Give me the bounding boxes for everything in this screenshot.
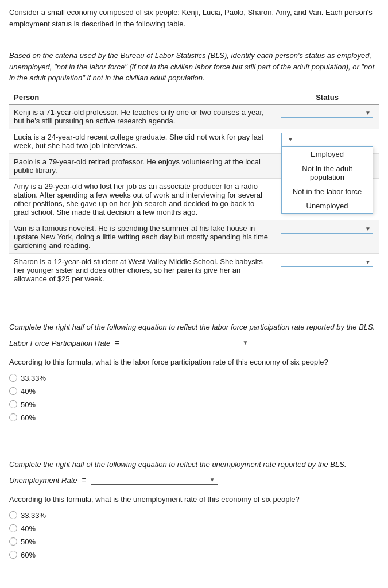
section1-question: According to this formula, what is the l… [9,357,379,368]
radio-option: 50% [9,537,379,546]
table-row: Van is a famous novelist. He is spending… [9,220,379,253]
intro-paragraph: Consider a small economy composed of six… [9,7,379,29]
intro-text: Consider a small economy composed of six… [9,7,379,29]
radio-btn-2-4[interactable] [9,551,17,559]
col-header-status: Status [276,91,379,105]
section-unemployment: Complete the right half of the following… [9,459,379,559]
person-lucia: Lucia is a 24-year-old recent college gr… [9,129,276,153]
person-van: Van is a famous novelist. He is spending… [9,220,276,253]
eq2-label: Unemployment Rate [9,476,77,485]
equation-row-1: Labor Force Participation Rate = [9,338,379,347]
radio-label-2-4: 60% [21,551,36,559]
sharon-dropdown[interactable] [281,258,373,267]
table-row: Kenji is a 71-year-old professor. He tea… [9,104,379,129]
section2-radio-group: 33.33% 40% 50% 60% [9,511,379,559]
lucia-dropdown-list[interactable]: Employed Not in the adult population Not… [281,146,373,214]
radio-label-2-1: 33.33% [21,511,46,520]
radio-btn-1-2[interactable] [9,387,17,395]
radio-btn-1-1[interactable] [9,374,17,382]
person-paolo: Paolo is a 79-year-old retired professor… [9,153,276,178]
option-employed[interactable]: Employed [282,147,373,161]
radio-btn-2-2[interactable] [9,524,17,532]
radio-label-2-3: 50% [21,537,36,546]
section1-radio-group: 33.33% 40% 50% 60% [9,374,379,422]
col-header-person: Person [9,91,276,105]
radio-option: 33.33% [9,374,379,382]
option-unemployed[interactable]: Unemployed [282,199,373,213]
option-not-adult[interactable]: Not in the adult population [282,161,373,184]
radio-label-1-1: 33.33% [21,374,46,382]
radio-label-1-4: 60% [21,413,36,422]
option-not-labor[interactable]: Not in the labor force [282,184,373,199]
van-dropdown[interactable] [281,225,373,234]
radio-label-2-2: 40% [21,524,36,533]
section-labor-force: Complete the right half of the following… [9,322,379,422]
radio-option: 60% [9,413,379,422]
employment-table: Person Status Kenji is a 71-year-old pro… [9,91,379,287]
radio-btn-1-3[interactable] [9,400,17,408]
section2-title: Complete the right half of the following… [9,459,379,470]
kenji-dropdown[interactable] [281,109,373,118]
radio-label-1-2: 40% [21,387,36,396]
radio-option: 33.33% [9,511,379,520]
person-amy: Amy is a 29-year-old who lost her job as… [9,178,276,220]
section2-question: According to this formula, what is the u… [9,494,379,505]
lucia-dropdown-selected[interactable] [281,133,373,146]
person-kenji: Kenji is a 71-year-old professor. He tea… [9,104,276,129]
radio-btn-1-4[interactable] [9,413,17,421]
section1-title: Complete the right half of the following… [9,322,379,333]
person-sharon: Sharon is a 12-year-old student at West … [9,253,276,287]
instructions-text: Based on the criteria used by the Bureau… [9,50,379,84]
status-lucia[interactable]: Employed Not in the adult population Not… [276,129,379,153]
status-sharon[interactable] [276,253,379,287]
table-row: Lucia is a 24-year-old recent college gr… [9,129,379,153]
lucia-dropdown-container[interactable]: Employed Not in the adult population Not… [281,133,373,146]
eq1-equals: = [115,338,119,347]
status-kenji[interactable] [276,104,379,129]
table-row: Sharon is a 12-year-old student at West … [9,253,379,287]
radio-option: 40% [9,524,379,533]
status-van[interactable] [276,220,379,253]
radio-btn-2-3[interactable] [9,537,17,546]
eq2-equals: = [82,475,87,485]
eq1-label: Labor Force Participation Rate [9,339,110,347]
radio-option: 50% [9,400,379,409]
eq2-dropdown[interactable] [91,475,218,485]
radio-option: 40% [9,387,379,396]
radio-btn-2-1[interactable] [9,511,17,519]
equation-row-2: Unemployment Rate = [9,475,379,485]
eq1-dropdown[interactable] [125,338,251,347]
radio-option: 60% [9,551,379,559]
radio-label-1-3: 50% [21,400,36,409]
